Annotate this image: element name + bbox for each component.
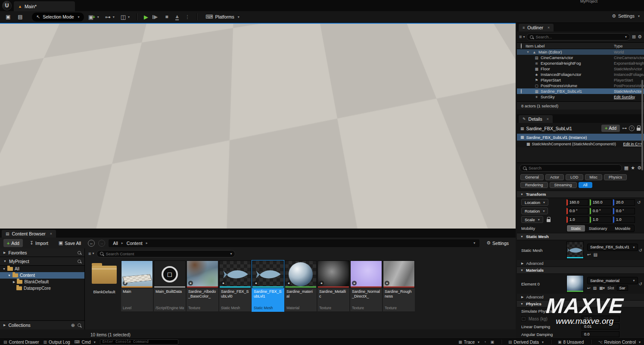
section-transform[interactable]: ▼Transform xyxy=(517,191,644,198)
import-button[interactable]: ↧Import xyxy=(26,239,52,247)
asset-tile[interactable]: ★ Sardine_RoughnessTexture xyxy=(383,260,415,311)
rotation-dropdown[interactable]: Rotation▾ xyxy=(521,207,548,214)
filter-chip[interactable]: Rendering xyxy=(520,182,548,188)
save-all-button[interactable]: ▣Save All xyxy=(55,239,84,247)
reset-icon[interactable]: ↺ xyxy=(639,248,642,253)
outliner-search-input[interactable] xyxy=(535,34,621,39)
angle-snap-value[interactable]: 10° xyxy=(448,28,457,33)
close-icon[interactable]: × xyxy=(548,25,550,30)
unsaved-button[interactable]: ▣ 8 Unsaved xyxy=(558,340,584,345)
outliner-row[interactable]: ▦Floor StaticMeshActor xyxy=(517,66,644,72)
browse-to-asset-icon[interactable]: ▤ xyxy=(593,252,597,257)
project-section[interactable]: ▼ MyProject xyxy=(0,257,84,266)
chevron-down-icon[interactable]: ▾ xyxy=(473,241,475,245)
asset-tile[interactable]: ★ Sardine_materialMaterial xyxy=(285,260,317,311)
mobility-movable[interactable]: Movable xyxy=(611,225,635,232)
gear-icon[interactable]: ⚙ xyxy=(638,34,642,39)
component-row[interactable]: ▦ StaticMeshComponent (StaticMeshCompone… xyxy=(517,141,644,147)
translate-gizmo[interactable] xyxy=(233,129,306,194)
eject-button[interactable]: ▲ xyxy=(173,14,181,20)
static-mesh-advanced[interactable]: ▶Advanced xyxy=(517,260,644,267)
asset-tile-folder[interactable]: BlankDefault xyxy=(88,260,120,311)
show-dropdown[interactable]: Show xyxy=(77,26,97,35)
angle-snap-toggle[interactable]: ∠ xyxy=(440,27,448,34)
scale-y-field[interactable]: 1.0 xyxy=(590,216,612,223)
location-y-field[interactable]: 150.0 xyxy=(590,199,612,206)
materials-advanced[interactable]: ▶Advanced xyxy=(517,294,644,300)
reset-icon[interactable]: ↺ xyxy=(637,200,641,205)
asset-tile[interactable]: ★ Sardine_MetallicTexture xyxy=(317,260,349,311)
content-drawer-button[interactable]: ▤ Content Drawer xyxy=(3,340,39,345)
checker-dropdown-icon[interactable]: ▦▾ xyxy=(599,286,605,290)
revision-control-dropdown[interactable]: ⌥ Revision Control▾ xyxy=(598,340,641,345)
frame-skip-button[interactable]: ▶ xyxy=(152,14,160,20)
display-grid-icon[interactable]: ▦ xyxy=(624,166,628,170)
selection-mode-dropdown[interactable]: ↖ Selection Mode ▾ xyxy=(32,13,84,22)
tree-node-blankdefault[interactable]: ▶ BlankDefault xyxy=(0,279,84,285)
add-collection-icon[interactable]: ⊕ xyxy=(71,323,75,328)
filter-chip[interactable]: Actor xyxy=(545,174,564,180)
filter-chip-all[interactable]: All xyxy=(579,182,592,188)
collections-section[interactable]: ▶ Collections ⊕ xyxy=(0,320,84,329)
rotation-z-field[interactable]: 0.0 ° xyxy=(613,208,635,214)
mass-override-checkbox[interactable] xyxy=(521,317,526,321)
linear-damping-field[interactable]: 0.01 xyxy=(582,323,619,329)
browse-to-asset-icon[interactable]: ▤ xyxy=(593,286,597,290)
details-scrollbar[interactable] xyxy=(641,80,643,170)
content-browser-settings[interactable]: ⚙Settings xyxy=(483,239,512,247)
location-z-field[interactable]: 20.0 xyxy=(613,199,635,206)
filter-icon[interactable]: ≡▾ xyxy=(519,34,525,39)
filter-chip[interactable]: LOD xyxy=(566,174,583,180)
favorites-section[interactable]: ▶ Favorites xyxy=(0,248,84,257)
outliner-row[interactable]: ☀SunSky Edit SunSky xyxy=(517,94,644,100)
static-mesh-thumbnail[interactable] xyxy=(566,242,584,259)
close-icon[interactable]: × xyxy=(547,117,549,121)
back-button[interactable]: ← xyxy=(88,240,95,247)
select-tool[interactable]: ↖ xyxy=(358,27,366,34)
reset-icon[interactable]: ↺ xyxy=(639,282,642,286)
outliner-row[interactable]: ≋ExponentialHeightFog ExponentialHeightF… xyxy=(517,60,644,66)
filter-chip[interactable]: Streaming xyxy=(550,182,577,188)
eye-icon[interactable] xyxy=(521,89,522,94)
location-x-field[interactable]: 160.0 xyxy=(566,199,588,206)
column-item-label[interactable]: Item Label xyxy=(526,44,614,48)
asset-tile[interactable]: ★ Sardine_Normal_DirectX_Texture xyxy=(350,260,382,311)
gear-icon[interactable]: ⚙ xyxy=(637,166,641,170)
viewport-options-menu[interactable]: ≡ xyxy=(3,26,12,35)
surface-snap-toggle[interactable]: ❖ xyxy=(407,27,415,34)
new-folder-icon[interactable]: ⊞ xyxy=(632,34,636,39)
search-icon[interactable] xyxy=(78,323,81,327)
grid-snap-value[interactable]: 10 xyxy=(428,28,436,33)
material-thumbnail[interactable] xyxy=(566,275,584,292)
browse-content-button[interactable]: ▤ xyxy=(16,13,25,21)
move-tool[interactable]: ⌖ xyxy=(366,27,374,34)
tab-outliner[interactable]: ≡ Outliner × xyxy=(519,24,554,31)
static-mesh-asset-dropdown[interactable]: Sardine_FBX_SubLvl1▾ xyxy=(587,244,638,251)
edit-in-cpp-link[interactable]: Edit in C++ xyxy=(623,142,642,146)
unreal-logo-icon[interactable]: U xyxy=(2,1,12,10)
section-physics[interactable]: ▼Physics xyxy=(517,300,644,307)
maximize-viewport-button[interactable]: ◫ xyxy=(504,27,512,34)
rotation-x-field[interactable]: 0.0 ° xyxy=(566,208,588,214)
scale-z-field[interactable]: 1.0 xyxy=(613,216,635,223)
simulate-physics-checkbox[interactable] xyxy=(582,309,586,314)
mobility-stationary[interactable]: Stationary xyxy=(585,225,611,232)
scale-snap-toggle[interactable]: ↗ xyxy=(462,27,470,34)
outliner-row[interactable]: ▼▲Main (Editor) World xyxy=(517,49,644,55)
use-selected-icon[interactable]: ↩ xyxy=(587,286,591,290)
perspective-dropdown[interactable]: ◈ Perspective xyxy=(14,26,53,35)
content-search[interactable]: ▾ xyxy=(96,250,235,257)
filter-chip[interactable]: Physics xyxy=(604,174,627,180)
filter-chip[interactable]: General xyxy=(520,174,544,180)
add-asset-button[interactable]: +Add xyxy=(3,239,23,247)
filter-icon[interactable]: ≡▾ xyxy=(88,251,94,256)
output-log-button[interactable]: ▥ Output Log xyxy=(44,340,70,345)
add-component-button[interactable]: +Add xyxy=(601,125,620,132)
scale-dropdown[interactable]: Scale▾ xyxy=(521,216,543,223)
breadcrumb-all[interactable]: All xyxy=(113,241,118,246)
asset-tile[interactable]: ★ MainLevel xyxy=(121,260,153,311)
outliner-row[interactable]: ♣InstancedFoliageActor InstancedFoliageA… xyxy=(517,72,644,77)
close-icon[interactable]: × xyxy=(50,232,52,236)
play-options-menu[interactable]: ⋮ xyxy=(184,14,191,20)
console-command-input[interactable] xyxy=(100,339,178,345)
